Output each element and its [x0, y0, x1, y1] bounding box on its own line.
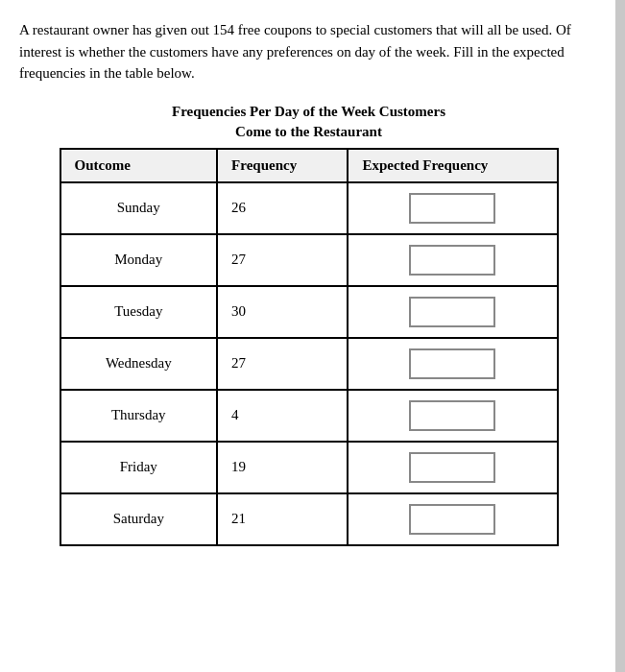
cell-day-tuesday: Tuesday — [60, 286, 218, 338]
cell-day-monday: Monday — [60, 234, 218, 286]
cell-expected-tuesday[interactable] — [348, 286, 557, 338]
input-expected-friday[interactable] — [409, 452, 495, 483]
cell-frequency-monday: 27 — [217, 234, 348, 286]
cell-expected-wednesday[interactable] — [348, 338, 557, 390]
cell-expected-friday[interactable] — [348, 442, 557, 493]
cell-frequency-wednesday: 27 — [217, 338, 348, 390]
table-row: Saturday21 — [60, 493, 558, 545]
cell-expected-monday[interactable] — [348, 234, 557, 286]
input-expected-tuesday[interactable] — [409, 297, 495, 327]
table-row: Tuesday30 — [60, 286, 558, 338]
table-header-row: Outcome Frequency Expected Frequency — [60, 149, 558, 182]
cell-expected-thursday[interactable] — [348, 390, 557, 442]
description-text: A restaurant owner has given out 154 fre… — [19, 19, 598, 84]
cell-frequency-sunday: 26 — [217, 182, 348, 234]
cell-day-wednesday: Wednesday — [60, 338, 218, 390]
cell-day-thursday: Thursday — [60, 390, 218, 442]
header-frequency: Frequency — [217, 149, 348, 182]
cell-frequency-thursday: 4 — [217, 390, 348, 442]
cell-frequency-saturday: 21 — [217, 493, 348, 545]
input-expected-monday[interactable] — [409, 245, 495, 276]
frequency-table: Outcome Frequency Expected Frequency Sun… — [60, 148, 559, 546]
table-row: Wednesday27 — [60, 338, 558, 390]
cell-day-friday: Friday — [60, 442, 218, 493]
cell-frequency-friday: 19 — [217, 442, 348, 493]
cell-day-saturday: Saturday — [60, 493, 218, 545]
header-outcome: Outcome — [60, 149, 218, 182]
input-expected-saturday[interactable] — [409, 504, 495, 535]
header-expected: Expected Frequency — [348, 149, 557, 182]
cell-day-sunday: Sunday — [60, 182, 218, 234]
cell-expected-saturday[interactable] — [348, 493, 557, 545]
cell-expected-sunday[interactable] — [348, 182, 557, 234]
table-row: Thursday4 — [60, 390, 558, 442]
table-row: Sunday26 — [60, 182, 558, 234]
right-scrollbar — [615, 0, 625, 672]
table-row: Monday27 — [60, 234, 558, 286]
input-expected-wednesday[interactable] — [409, 348, 495, 379]
input-expected-sunday[interactable] — [409, 193, 495, 224]
input-expected-thursday[interactable] — [409, 400, 495, 431]
table-title: Frequencies Per Day of the Week Customer… — [19, 102, 598, 142]
table-row: Friday19 — [60, 442, 558, 493]
cell-frequency-tuesday: 30 — [217, 286, 348, 338]
